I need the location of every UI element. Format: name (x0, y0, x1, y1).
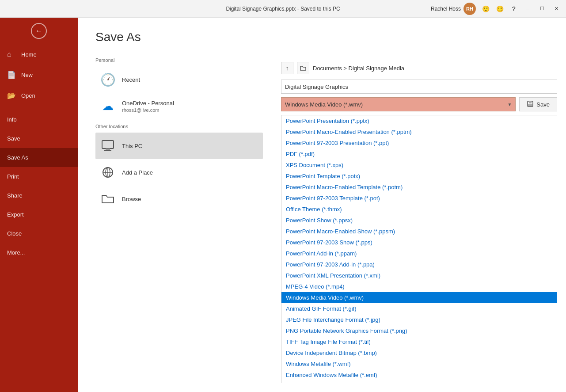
format-option-emf[interactable]: Enhanced Windows Metafile (*.emf) (281, 369, 557, 381)
left-panel: Personal 🕐 Recent ☁ OneDrive - Personal … (78, 53, 272, 392)
format-option-svg[interactable]: Scalable Vector Graphics Format (*.svg) (281, 381, 557, 383)
personal-section-label: Personal (95, 57, 263, 63)
sidebar-item-home[interactable]: ⌂ Home (0, 44, 78, 65)
format-option-gif[interactable]: Animated GIF Format (*.gif) (281, 303, 557, 314)
onedrive-email: rhoss1@live.com (122, 107, 174, 113)
filename-input[interactable] (281, 80, 557, 94)
sidebar-item-share[interactable]: Share (0, 186, 78, 205)
other-section-label: Other locations (95, 124, 263, 129)
app-body: ← ⌂ Home 📄 New 📂 Open Info Save Save As … (0, 18, 566, 392)
titlebar-icons: 🙂 🙁 ? ─ ☐ ✕ (479, 3, 562, 15)
format-option-png[interactable]: PNG Portable Network Graphics Format (*.… (281, 325, 557, 336)
addplace-label: Add a Place (122, 169, 153, 176)
dropdown-arrow-icon: ▼ (507, 102, 512, 107)
onedrive-location[interactable]: ☁ OneDrive - Personal rhoss1@live.com (95, 93, 263, 119)
format-option-pdf[interactable]: PDF (*.pdf) (281, 148, 557, 160)
format-option-potx[interactable]: PowerPoint Template (*.potx) (281, 171, 557, 182)
save-icon (527, 100, 534, 109)
format-option-bmp[interactable]: Device Independent Bitmap (*.bmp) (281, 347, 557, 358)
avatar[interactable]: RH (463, 3, 476, 15)
format-option-pptx[interactable]: PowerPoint Presentation (*.pptx) (281, 115, 557, 126)
recent-label: Recent (122, 76, 140, 83)
format-option-jpg[interactable]: JPEG File Interchange Format (*.jpg) (281, 314, 557, 325)
format-option-ppsm[interactable]: PowerPoint Macro-Enabled Show (*.ppsm) (281, 226, 557, 237)
format-option-ppam[interactable]: PowerPoint Add-in (*.ppam) (281, 248, 557, 259)
thispc-icon (100, 138, 116, 154)
save-button[interactable]: Save (519, 97, 557, 111)
page-title-area: Save As (78, 18, 566, 53)
content-area: Save As Personal 🕐 Recent ☁ OneDrive - P… (78, 18, 566, 392)
sidebar-item-save-as[interactable]: Save As (0, 148, 78, 167)
sidebar-item-label-save: Save (7, 135, 20, 142)
sidebar-item-export[interactable]: Export (0, 205, 78, 224)
back-arrow-icon: ← (31, 23, 47, 39)
sidebar-item-print[interactable]: Print (0, 167, 78, 186)
sidebar-item-more[interactable]: More... (0, 243, 78, 262)
svg-rect-9 (528, 104, 532, 106)
close-button[interactable]: ✕ (550, 3, 562, 15)
sidebar-item-label-more: More... (7, 249, 25, 256)
restore-button[interactable]: ☐ (536, 3, 548, 15)
sidebar-item-label-print: Print (7, 173, 19, 180)
minimize-button[interactable]: ─ (522, 3, 534, 15)
format-option-mp4[interactable]: MPEG-4 Video (*.mp4) (281, 281, 557, 292)
format-option-pot[interactable]: PowerPoint 97-2003 Template (*.pot) (281, 193, 557, 204)
format-option-potm[interactable]: PowerPoint Macro-Enabled Template (*.pot… (281, 182, 557, 193)
titlebar-title: Digital Signage Graphics.pptx - Saved to… (226, 6, 340, 12)
sidebar-item-label-home: Home (21, 51, 37, 58)
sidebar-item-new[interactable]: 📄 New (0, 65, 78, 85)
recent-icon: 🕐 (100, 72, 116, 88)
format-option-pps[interactable]: PowerPoint 97-2003 Show (*.pps) (281, 237, 557, 248)
sidebar-item-label-save-as: Save As (7, 154, 28, 161)
breadcrumb-up-button[interactable]: ↑ (281, 62, 293, 74)
sidebar-item-label-open: Open (21, 92, 35, 99)
format-option-xml[interactable]: PowerPoint XML Presentation (*.xml) (281, 270, 557, 281)
open-icon: 📂 (7, 91, 16, 100)
format-and-save-row: Windows Media Video (*.wmv) ▼ Sa (281, 97, 557, 111)
emoji-happy-icon[interactable]: 🙂 (479, 3, 492, 15)
onedrive-icon: ☁ (100, 98, 116, 114)
svg-rect-0 (102, 141, 114, 148)
thispc-label: This PC (122, 143, 142, 149)
titlebar: Digital Signage Graphics.pptx - Saved to… (0, 0, 566, 18)
browse-location[interactable]: Browse (95, 186, 263, 212)
sidebar-item-save[interactable]: Save (0, 129, 78, 148)
format-option-thmx[interactable]: Office Theme (*.thmx) (281, 204, 557, 215)
back-button[interactable]: ← (0, 18, 78, 44)
addplace-icon (100, 164, 116, 180)
thispc-location[interactable]: This PC (95, 133, 263, 159)
format-option-ppsx[interactable]: PowerPoint Show (*.ppsx) (281, 215, 557, 226)
format-select-container: Windows Media Video (*.wmv) ▼ (281, 97, 516, 111)
sidebar: ← ⌂ Home 📄 New 📂 Open Info Save Save As … (0, 18, 78, 392)
titlebar-right: Rachel Hoss RH 🙂 🙁 ? ─ ☐ ✕ (431, 3, 562, 15)
help-icon[interactable]: ? (508, 3, 520, 15)
save-label: Save (536, 101, 550, 108)
format-option-wmf[interactable]: Windows Metafile (*.wmf) (281, 358, 557, 369)
format-option-xps[interactable]: XPS Document (*.xps) (281, 160, 557, 171)
addplace-location[interactable]: Add a Place (95, 159, 263, 186)
browse-icon (100, 191, 116, 207)
breadcrumb-text: Documents > Digital Signage Media (313, 65, 404, 72)
page-title: Save As (95, 30, 548, 44)
format-option-ppt[interactable]: PowerPoint 97-2003 Presentation (*.ppt) (281, 137, 557, 148)
home-icon: ⌂ (7, 50, 16, 58)
sidebar-item-open[interactable]: 📂 Open (0, 85, 78, 106)
sidebar-item-label-share: Share (7, 192, 23, 199)
format-option-ppa[interactable]: PowerPoint 97-2003 Add-in (*.ppa) (281, 259, 557, 270)
format-option-tif[interactable]: TIFF Tag Image File Format (*.tif) (281, 336, 557, 347)
breadcrumb-folder-button[interactable] (297, 62, 309, 74)
emoji-sad-icon[interactable]: 🙁 (494, 3, 506, 15)
sidebar-item-info[interactable]: Info (0, 110, 78, 129)
sidebar-divider-1 (0, 108, 78, 108)
format-option-wmv[interactable]: Windows Media Video (*.wmv) (281, 292, 557, 303)
browse-label: Browse (122, 196, 141, 202)
recent-location[interactable]: 🕐 Recent (95, 66, 263, 93)
two-col-layout: Personal 🕐 Recent ☁ OneDrive - Personal … (78, 53, 566, 392)
format-dropdown-list[interactable]: PowerPoint Presentation (*.pptx)PowerPoi… (281, 115, 557, 383)
format-selected-label: Windows Media Video (*.wmv) (285, 101, 363, 108)
format-option-pptm[interactable]: PowerPoint Macro-Enabled Presentation (*… (281, 126, 557, 137)
sidebar-item-label-new: New (21, 72, 33, 78)
sidebar-item-label-export: Export (7, 211, 24, 218)
format-dropdown-display[interactable]: Windows Media Video (*.wmv) ▼ (281, 97, 516, 111)
sidebar-item-close[interactable]: Close (0, 224, 78, 243)
